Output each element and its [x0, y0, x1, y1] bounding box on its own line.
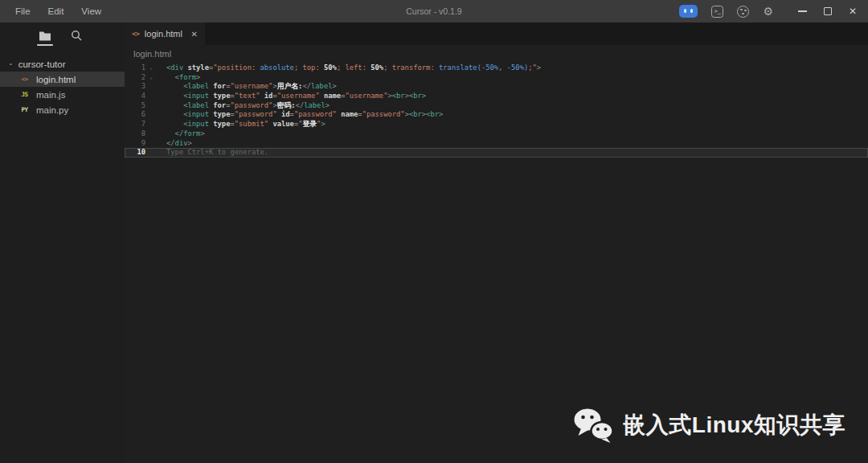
watermark-text: 嵌入式Linux知识共享 [623, 410, 845, 440]
sidebar-toolbar [0, 23, 125, 48]
tab-close-icon[interactable]: ✕ [191, 30, 198, 39]
code-line-1: 1⌄<div style="position: absolute; top: 5… [125, 64, 868, 73]
close-button[interactable]: ✕ [849, 6, 857, 16]
watermark: 嵌入式Linux知识共享 [573, 407, 845, 444]
code-text: <input type="text" id="username" name="u… [157, 92, 426, 101]
line-number: 6 [125, 110, 145, 120]
line-number: 3 [125, 82, 145, 92]
chevron-down-icon: ⌄ [8, 59, 14, 67]
line-number: 1 [125, 64, 145, 73]
editor-group: <> login.html ✕ login.html 1⌄<div style=… [125, 23, 868, 463]
file-type-icon: JS [18, 91, 31, 98]
code-line-10: 10Type Ctrl+K to generate. [125, 148, 868, 158]
code-editor[interactable]: 1⌄<div style="position: absolute; top: 5… [125, 63, 868, 463]
titlebar-actions: >_ ⚙ ✕ [679, 5, 868, 18]
fold-spacer [145, 82, 157, 92]
root-folder-label: cursor-tutor [18, 59, 66, 69]
tab-login-html[interactable]: <> login.html ✕ [125, 23, 205, 45]
menu-view[interactable]: View [72, 0, 110, 23]
fold-spacer [145, 101, 157, 111]
file-row-main-py[interactable]: PYmain.py [0, 102, 125, 117]
code-text: <form> [157, 73, 200, 83]
file-name-label: login.html [36, 75, 76, 84]
line-number: 7 [125, 120, 145, 129]
file-name-label: main.js [36, 90, 65, 100]
sidebar: ⌄ cursor-tutor <>login.htmlJSmain.jsPYma… [0, 23, 125, 463]
file-type-icon: PY [18, 106, 31, 113]
cursor-ai-robot-icon[interactable] [679, 5, 698, 18]
line-number: 2 [125, 73, 145, 83]
code-text: <input type="submit" value="登录"> [157, 120, 326, 129]
html-file-icon: <> [132, 30, 139, 38]
menu-edit[interactable]: Edit [39, 0, 73, 23]
line-number: 4 [125, 92, 145, 101]
code-line-8: 8 </form> [125, 129, 868, 139]
line-number: 10 [125, 148, 145, 158]
magnifier-icon [71, 30, 82, 41]
community-icon[interactable] [737, 6, 749, 18]
code-text: <label for="username">用户名:</label> [157, 82, 337, 92]
folder-icon [39, 31, 51, 41]
fold-spacer [145, 139, 157, 149]
breadcrumb-item-login-html[interactable]: login.html [133, 49, 171, 59]
code-text: </div> [157, 139, 192, 149]
code-line-5: 5 <label for="password">密码:</label> [125, 101, 868, 111]
titlebar: File Edit View Cursor - v0.1.9 >_ ⚙ ✕ [0, 0, 868, 23]
tab-label: login.html [145, 29, 182, 39]
settings-gear-icon[interactable]: ⚙ [763, 6, 773, 18]
code-text: </form> [157, 129, 205, 139]
file-list: <>login.htmlJSmain.jsPYmain.py [0, 72, 125, 117]
code-line-3: 3 <label for="username">用户名:</label> [125, 82, 868, 92]
line-number: 5 [125, 101, 145, 111]
file-type-icon: <> [18, 76, 31, 83]
fold-spacer [145, 148, 157, 158]
file-row-main-js[interactable]: JSmain.js [0, 87, 125, 102]
terminal-icon[interactable]: >_ [711, 6, 723, 18]
line-number: 9 [125, 139, 145, 149]
fold-spacer [145, 129, 157, 139]
fold-spacer [145, 92, 157, 101]
code-text: Type Ctrl+K to generate. [157, 148, 268, 158]
file-row-login-html[interactable]: <>login.html [0, 72, 125, 87]
menu-bar: File Edit View [0, 0, 110, 23]
ai-ghost-hint: Type Ctrl+K to generate. [166, 148, 268, 156]
explorer-folder-icon[interactable] [39, 31, 51, 41]
minimize-button[interactable] [798, 10, 807, 11]
menu-file[interactable]: File [6, 0, 39, 23]
fold-spacer [145, 110, 157, 120]
breadcrumb: login.html [125, 45, 868, 63]
code-text: <label for="password">密码:</label> [157, 101, 330, 111]
main-area: ⌄ cursor-tutor <>login.htmlJSmain.jsPYma… [0, 23, 868, 463]
line-number: 8 [125, 129, 145, 139]
file-tree: ⌄ cursor-tutor <>login.htmlJSmain.jsPYma… [0, 48, 125, 117]
code-line-7: 7 <input type="submit" value="登录"> [125, 120, 868, 129]
tree-root-cursor-tutor[interactable]: ⌄ cursor-tutor [0, 56, 125, 72]
fold-chevron-icon[interactable]: ⌄ [145, 73, 157, 83]
fold-spacer [145, 120, 157, 129]
tab-bar: <> login.html ✕ [125, 23, 868, 45]
fold-chevron-icon[interactable]: ⌄ [145, 64, 157, 73]
window-controls: ✕ [798, 6, 857, 16]
code-line-9: 9</div> [125, 139, 868, 149]
search-icon[interactable] [71, 30, 82, 41]
code-text: <div style="position: absolute; top: 50%… [157, 64, 541, 73]
code-line-6: 6 <input type="password" id="password" n… [125, 110, 868, 120]
code-text: <input type="password" id="password" nam… [157, 110, 443, 120]
maximize-button[interactable] [824, 7, 832, 15]
code-line-2: 2⌄ <form> [125, 73, 868, 83]
wechat-icon [573, 407, 615, 444]
file-name-label: main.py [36, 105, 68, 115]
code-line-4: 4 <input type="text" id="username" name=… [125, 92, 868, 101]
